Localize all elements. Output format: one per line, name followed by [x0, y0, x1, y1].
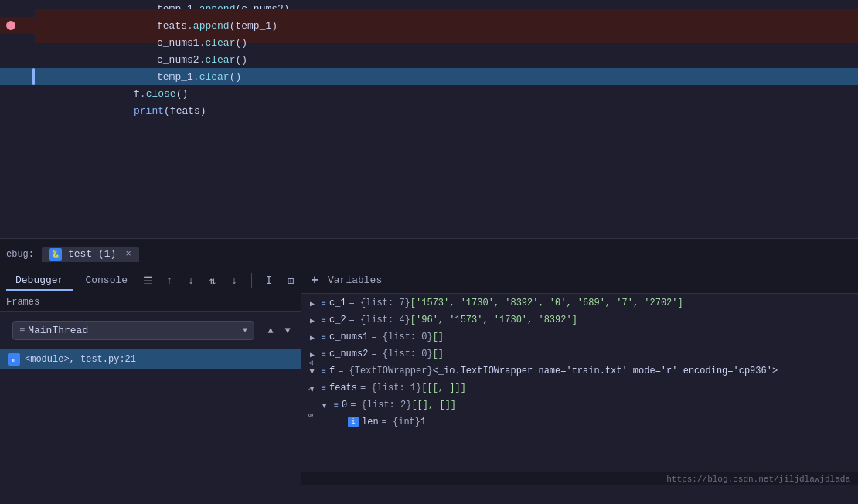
frame-nav-up[interactable]: ▲	[264, 324, 277, 338]
side-icon-1[interactable]: ◁	[301, 354, 320, 371]
python-icon: 🐍	[49, 248, 62, 261]
icon-stop-btn[interactable]: ↓	[226, 273, 242, 288]
tab-console[interactable]: Console	[76, 271, 137, 291]
icon-list-btn[interactable]: ☰	[140, 273, 155, 288]
side-icon-3[interactable]: ∞	[301, 407, 320, 424]
blog-url: https://blog.csdn.net/jiljdlawjdlada	[666, 475, 850, 484]
frame-item-label: <module>, test.py:21	[25, 354, 136, 365]
var-row-0[interactable]: ▶ ≡ 0 = {list: 2} [[], []]	[301, 397, 858, 414]
variables-header-bar: + Variables	[301, 267, 858, 294]
debug-tab[interactable]: 🐍 test (1) ×	[42, 247, 139, 262]
side-icon-2[interactable]: ◁	[301, 380, 320, 397]
thread-name: MainThread	[28, 325, 240, 336]
variables-title: Variables	[328, 274, 382, 286]
expand-c1[interactable]: ▶	[306, 298, 318, 310]
list-icon-cnums1: ≡	[318, 332, 329, 342]
frame-nav-down[interactable]: ▼	[281, 324, 295, 338]
add-variable-btn[interactable]: +	[308, 274, 322, 288]
list-icon-cnums2: ≡	[318, 349, 329, 359]
thread-selector: ≡ MainThread ▼ ▲ ▼	[6, 316, 295, 345]
debug-panels: Debugger Console ☰ ↑ ↓ ⇅ ↓ I ⊞	[0, 267, 858, 485]
breakpoint-dot	[6, 21, 15, 30]
list-icon-0: ≡	[331, 400, 342, 410]
icon-cursor-btn[interactable]: I	[261, 273, 277, 288]
frame-item-module[interactable]: m <module>, test.py:21	[0, 349, 301, 369]
variables-list: ▶ ≡ c_1 = {list: 7} ['1573', '1730', '83…	[301, 294, 858, 472]
status-bar-bottom: https://blog.csdn.net/jiljdlawjdlada	[301, 472, 858, 485]
var-row-c2[interactable]: ▶ ≡ c_2 = {list: 4} ['96', '1573', '1730…	[301, 312, 858, 329]
thread-dropdown[interactable]: ≡ MainThread ▼	[12, 321, 254, 340]
editor-area: temp_1.append(c_nums2) feats.append(temp…	[0, 0, 858, 240]
frames-header: Frames	[0, 294, 301, 312]
var-row-c1[interactable]: ▶ ≡ c_1 = {list: 7} ['1573', '1730', '83…	[301, 295, 858, 312]
var-row-len[interactable]: ▶ i len = {int} 1	[301, 414, 858, 431]
var-row-cnums2[interactable]: ▶ ≡ c_nums2 = {list: 0} []	[301, 346, 858, 363]
expand-0[interactable]: ▶	[318, 400, 331, 412]
list-icon-f: ≡	[318, 366, 329, 376]
var-row-f[interactable]: ▶ ≡ f = {TextIOWrapper} <_io.TextIOWrapp…	[301, 363, 858, 380]
panel-toolbar: Debugger Console ☰ ↑ ↓ ⇅ ↓ I ⊞	[0, 267, 301, 294]
variables-panel: + Variables ▶ ≡ c_1 = {list: 7} ['1573',…	[301, 267, 858, 485]
icon-updown-btn[interactable]: ⇅	[205, 273, 220, 288]
expand-cnums1[interactable]: ▶	[306, 332, 318, 344]
var-row-cnums1[interactable]: ▶ ≡ c_nums1 = {list: 0} []	[301, 329, 858, 346]
frame-icon: m	[8, 353, 20, 366]
icon-up-btn[interactable]: ↑	[162, 273, 177, 288]
code-line-7: print(feats)	[0, 102, 858, 119]
list-icon-c2: ≡	[318, 315, 329, 325]
editor-empty-space	[0, 119, 858, 238]
debug-toolbar: ebug: 🐍 test (1) ×	[0, 240, 858, 267]
icon-grid-btn[interactable]: ⊞	[283, 273, 298, 288]
list-icon-feats: ≡	[318, 383, 329, 393]
int-icon: i	[348, 417, 359, 427]
icon-down-btn[interactable]: ↓	[183, 273, 199, 288]
list-icon-c1: ≡	[318, 298, 329, 308]
debug-label: ebug:	[6, 249, 34, 260]
tab-label: test (1)	[68, 248, 116, 260]
var-row-feats[interactable]: ▶ ≡ feats = {list: 1} [[[, ]]]	[301, 380, 858, 397]
frames-panel: Debugger Console ☰ ↑ ↓ ⇅ ↓ I ⊞	[0, 267, 301, 485]
toolbar-icons: ☰ ↑ ↓ ⇅ ↓ I ⊞	[140, 273, 298, 288]
line-content-7: print(feats)	[35, 94, 858, 128]
expand-c2[interactable]: ▶	[306, 315, 318, 327]
editor-status-bar: with open("train.txt") as f › for i in r…	[0, 238, 858, 240]
code-lines: temp_1.append(c_nums2) feats.append(temp…	[0, 0, 858, 238]
tab-debugger[interactable]: Debugger	[6, 271, 73, 291]
toolbar-separator	[251, 273, 252, 288]
tab-close[interactable]: ×	[125, 249, 131, 260]
side-panel-icons: ◁ ◁ ∞	[301, 354, 312, 424]
